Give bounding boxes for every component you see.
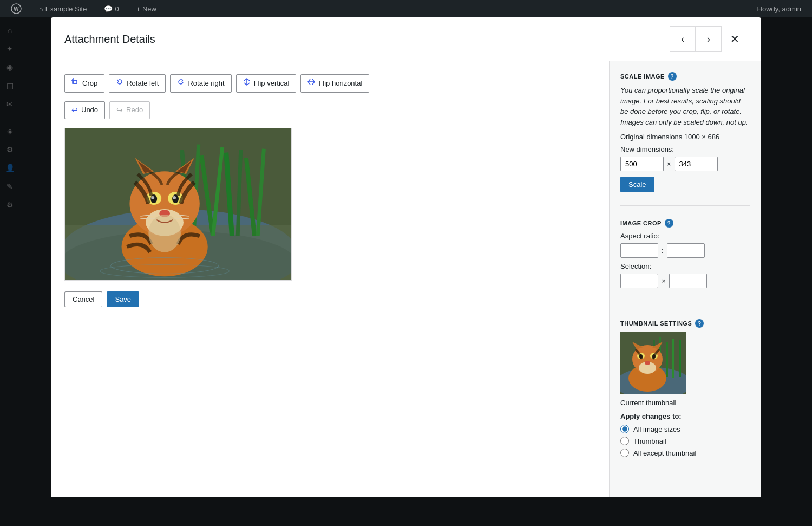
aspect-height-input[interactable] — [667, 243, 705, 258]
apply-changes-label: Apply changes to: — [620, 412, 750, 420]
site-name-link[interactable]: ⌂ Example Site — [35, 0, 91, 17]
scale-image-help-icon[interactable]: ? — [668, 72, 677, 81]
image-crop-section: IMAGE CROP ? Aspect ratio: : Selection: — [620, 219, 750, 306]
rotate-right-label: Rotate right — [188, 79, 224, 88]
action-buttons: Cancel Save — [64, 291, 596, 307]
radio-thumbnail[interactable]: Thumbnail — [620, 437, 750, 445]
redo-label: Redo — [126, 105, 143, 115]
image-crop-title-text: IMAGE CROP — [620, 220, 662, 226]
flip-horizontal-button[interactable]: Flip horizontal — [300, 74, 369, 93]
right-panel: SCALE IMAGE ? You can proportionally sca… — [609, 61, 761, 497]
redo-icon: ↪ — [116, 105, 123, 116]
flip-horizontal-label: Flip horizontal — [318, 79, 362, 88]
rotate-left-button[interactable]: Rotate left — [109, 74, 166, 93]
modal-navigation: ‹ › ✕ — [670, 26, 748, 52]
attachment-details-modal: Attachment Details ‹ › ✕ — [51, 17, 761, 497]
new-dimensions-label: New dimensions: — [620, 145, 750, 153]
radio-except-thumbnail-label: All except thumbnail — [633, 449, 696, 457]
rotate-left-icon — [116, 78, 123, 89]
svg-point-50 — [645, 361, 650, 365]
svg-rect-40 — [666, 342, 668, 377]
flip-horizontal-icon — [307, 78, 315, 89]
image-crop-help-icon[interactable]: ? — [665, 219, 673, 228]
aspect-width-input[interactable] — [620, 243, 658, 258]
current-thumbnail-label: Current thumbnail — [620, 399, 750, 407]
svg-text:W: W — [14, 6, 19, 12]
comment-count: 0 — [115, 5, 119, 13]
dimensions-inputs: × — [620, 157, 750, 171]
thumbnail-settings-help-icon[interactable]: ? — [695, 319, 704, 328]
rotate-left-label: Rotate left — [127, 79, 159, 88]
modal-body: Crop Rotate left — [51, 61, 761, 497]
svg-line-35 — [174, 218, 189, 219]
wp-logo-link[interactable]: W — [6, 0, 26, 17]
svg-rect-41 — [672, 339, 674, 378]
selection-width-input[interactable] — [620, 274, 658, 288]
thumbnail-preview-image — [620, 332, 686, 394]
svg-rect-42 — [679, 340, 681, 377]
radio-thumbnail-input[interactable] — [620, 437, 629, 445]
wp-logo-icon: W — [11, 3, 22, 14]
site-name: Example Site — [45, 5, 87, 13]
radio-except-thumbnail-input[interactable] — [620, 449, 629, 457]
tiger-image — [65, 128, 291, 280]
scale-image-description: You can proportionally scale the origina… — [620, 85, 750, 127]
user-menu[interactable]: Howdy, admin — [753, 0, 806, 17]
selection-inputs: × — [620, 274, 750, 288]
home-icon: ⌂ — [39, 5, 43, 13]
comments-link[interactable]: 💬 0 — [100, 0, 123, 17]
previous-attachment-button[interactable]: ‹ — [670, 26, 696, 52]
selection-height-input[interactable] — [669, 274, 707, 288]
aspect-ratio-inputs: : — [620, 243, 750, 258]
new-label: + New — [136, 5, 156, 13]
image-edit-area: Crop Rotate left — [51, 61, 609, 497]
comments-icon: 💬 — [104, 5, 113, 13]
image-crop-title: IMAGE CROP ? — [620, 219, 750, 228]
radio-except-thumbnail[interactable]: All except thumbnail — [620, 449, 750, 457]
svg-point-22 — [151, 196, 154, 199]
image-edit-toolbar: Crop Rotate left — [64, 74, 596, 93]
undo-label: Undo — [81, 105, 98, 115]
svg-point-23 — [173, 196, 176, 199]
cancel-button[interactable]: Cancel — [64, 291, 102, 307]
scale-button[interactable]: Scale — [620, 177, 654, 192]
redo-button[interactable]: ↪ Redo — [109, 101, 150, 120]
scale-width-input[interactable] — [620, 157, 664, 171]
scale-height-input[interactable] — [675, 157, 718, 171]
flip-vertical-button[interactable]: Flip vertical — [236, 74, 297, 93]
rotate-right-button[interactable]: Rotate right — [170, 74, 231, 93]
radio-all-sizes[interactable]: All image sizes — [620, 425, 750, 433]
svg-line-33 — [140, 218, 155, 219]
next-attachment-button[interactable]: › — [696, 26, 722, 52]
thumbnail-settings-title-text: THUMBNAIL SETTINGS — [620, 320, 692, 327]
modal-header: Attachment Details ‹ › ✕ — [51, 17, 761, 61]
radio-thumbnail-label: Thumbnail — [633, 437, 666, 445]
close-modal-button[interactable]: ✕ — [722, 26, 748, 52]
original-dimensions: Original dimensions 1000 × 686 — [620, 133, 750, 141]
scale-image-section: SCALE IMAGE ? You can proportionally sca… — [620, 72, 750, 206]
modal-title: Attachment Details — [64, 33, 155, 46]
dimensions-separator: × — [667, 160, 671, 168]
radio-all-sizes-input[interactable] — [620, 425, 629, 433]
thumbnail-settings-title: THUMBNAIL SETTINGS ? — [620, 319, 750, 328]
selection-label: Selection: — [620, 262, 750, 270]
scale-image-title-text: SCALE IMAGE — [620, 73, 665, 80]
svg-rect-2 — [74, 80, 77, 83]
flip-vertical-label: Flip vertical — [254, 79, 290, 88]
scale-image-title: SCALE IMAGE ? — [620, 72, 750, 81]
admin-bar: W ⌂ Example Site 💬 0 + New Howdy, admin — [0, 0, 812, 17]
crop-icon — [71, 78, 79, 89]
selection-separator: × — [662, 277, 666, 285]
undo-button[interactable]: ↩ Undo — [64, 101, 105, 120]
new-content-link[interactable]: + New — [132, 0, 161, 17]
modal-overlay: Attachment Details ‹ › ✕ — [0, 17, 812, 526]
save-button[interactable]: Save — [107, 291, 139, 307]
flip-vertical-icon — [243, 78, 251, 89]
main-layout: ⌂ ✦ ◉ ▤ ✉ ◈ ⚙ 👤 ✎ ⚙ Attachment Details ‹… — [0, 17, 812, 526]
thumbnail-settings-section: THUMBNAIL SETTINGS ? — [620, 319, 750, 473]
aspect-separator: : — [662, 246, 664, 255]
aspect-ratio-label: Aspect ratio: — [620, 232, 750, 240]
undo-redo-toolbar: ↩ Undo ↪ Redo — [64, 101, 596, 120]
image-preview — [64, 128, 292, 281]
crop-button[interactable]: Crop — [64, 74, 104, 93]
